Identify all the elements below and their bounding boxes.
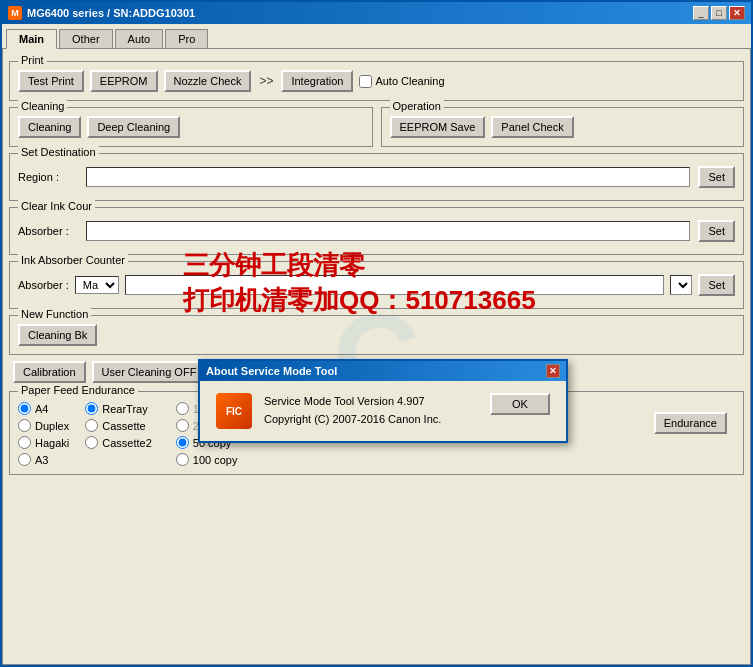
endurance-button[interactable]: Endurance [654,412,727,434]
arrow-symbol: >> [257,74,275,88]
modal-title-bar: About Service Mode Tool ✕ [200,361,566,381]
region-label: Region : [18,171,78,183]
tab-other[interactable]: Other [59,29,113,49]
clear-ink-label: Clear Ink Cour [18,200,95,212]
endurance-container: Endurance [654,402,735,434]
ink-absorber-field-label: Absorber : [18,279,69,291]
cleaning-group-label: Cleaning [18,100,67,112]
feed-location-col: RearTray Cassette Cassette2 [85,402,152,449]
paper-a3-label: A3 [35,454,48,466]
tab-main[interactable]: Main [6,29,57,49]
set-ink-absorber-button[interactable]: Set [698,274,735,296]
paper-a4-label: A4 [35,403,48,415]
calibration-button[interactable]: Calibration [13,361,86,383]
set-destination-button[interactable]: Set [698,166,735,188]
modal-body: FIC Service Mode Tool Version 4.907 Copy… [200,381,566,441]
paper-duplex-label: Duplex [35,420,69,432]
main-content: C Print Test Print EEPROM Nozzle Check >… [2,48,751,665]
absorber-counter-input [125,275,665,295]
radio-rear-tray[interactable]: RearTray [85,402,152,415]
title-buttons: _ □ ✕ [693,6,745,20]
tab-pro[interactable]: Pro [165,29,208,49]
auto-cleaning-checkbox-label[interactable]: Auto Cleaning [359,75,444,88]
operation-group: Operation EEPROM Save Panel Check [381,107,745,147]
set-clear-ink-button[interactable]: Set [698,220,735,242]
absorber-dropdown[interactable] [670,275,692,295]
absorber-value [86,221,690,241]
title-bar: M MG6400 series / SN:ADDG10301 _ □ ✕ [2,2,751,24]
auto-cleaning-checkbox[interactable] [359,75,372,88]
tab-auto[interactable]: Auto [115,29,164,49]
cleaning-group: Cleaning Cleaning Deep Cleaning [9,107,373,147]
nozzle-check-button[interactable]: Nozzle Check [164,70,252,92]
new-function-group: New Function Cleaning Bk [9,315,744,355]
cleaning-button[interactable]: Cleaning [18,116,81,138]
new-function-label: New Function [18,308,91,320]
maximize-button[interactable]: □ [711,6,727,20]
radio-duplex[interactable]: Duplex [18,419,69,432]
set-destination-group: Set Destination Region : Set [9,153,744,201]
about-modal: About Service Mode Tool ✕ FIC Service Mo… [198,359,568,443]
title-bar-left: M MG6400 series / SN:ADDG10301 [8,6,195,20]
deep-cleaning-button[interactable]: Deep Cleaning [87,116,180,138]
radio-100-copy[interactable]: 100 copy [176,453,238,466]
main-window: M MG6400 series / SN:ADDG10301 _ □ ✕ Mai… [0,0,753,667]
region-row: Region : Set [18,162,735,188]
feed-cassette-label: Cassette [102,420,145,432]
print-group: Print Test Print EEPROM Nozzle Check >> … [9,61,744,101]
radio-hagaki[interactable]: Hagaki [18,436,69,449]
integration-button[interactable]: Integration [281,70,353,92]
paper-feed-label: Paper Feed Endurance [18,384,138,396]
absorber-label: Absorber : [18,225,78,237]
region-value [86,167,690,187]
radio-a4[interactable]: A4 [18,402,69,415]
feed-rear-tray-label: RearTray [102,403,147,415]
test-print-button[interactable]: Test Print [18,70,84,92]
app-icon: M [8,6,22,20]
ink-absorber-label: Ink Absorber Counter [18,254,128,266]
cleaning-operation-row: Cleaning Cleaning Deep Cleaning Operatio… [9,107,744,147]
radio-a3[interactable]: A3 [18,453,69,466]
cleaning-bk-button[interactable]: Cleaning Bk [18,324,97,346]
radio-cassette2[interactable]: Cassette2 [85,436,152,449]
absorber-select[interactable]: Ma [75,276,119,294]
modal-version-line: Service Mode Tool Version 4.907 [264,393,478,411]
radio-cassette[interactable]: Cassette [85,419,152,432]
close-button[interactable]: ✕ [729,6,745,20]
modal-ok-button[interactable]: OK [490,393,550,415]
clear-ink-group: Clear Ink Cour Absorber : Set [9,207,744,255]
feed-cassette2-label: Cassette2 [102,437,152,449]
modal-close-button[interactable]: ✕ [546,364,560,378]
modal-icon-text: FIC [226,406,242,417]
copy-100-label: 100 copy [193,454,238,466]
minimize-button[interactable]: _ [693,6,709,20]
print-group-label: Print [18,54,47,66]
paper-types-col: A4 Duplex Hagaki A3 [18,402,69,466]
eeprom-save-button[interactable]: EEPROM Save [390,116,486,138]
auto-cleaning-label: Auto Cleaning [375,75,444,87]
panel-check-button[interactable]: Panel Check [491,116,573,138]
ink-absorber-row: Absorber : Ma Set [18,270,735,296]
modal-message: Service Mode Tool Version 4.907 Copyrigh… [264,393,478,428]
ink-absorber-group: Ink Absorber Counter Absorber : Ma Set [9,261,744,309]
modal-copyright-line: Copyright (C) 2007-2016 Canon Inc. [264,411,478,429]
operation-group-label: Operation [390,100,444,112]
modal-title: About Service Mode Tool [206,365,337,377]
absorber-row: Absorber : Set [18,216,735,242]
user-cleaning-off-button[interactable]: User Cleaning OFF [92,361,207,383]
set-destination-label: Set Destination [18,146,99,158]
window-title: MG6400 series / SN:ADDG10301 [27,7,195,19]
tab-bar: Main Other Auto Pro [2,24,751,48]
paper-hagaki-label: Hagaki [35,437,69,449]
modal-app-icon: FIC [216,393,252,429]
eeprom-button[interactable]: EEPROM [90,70,158,92]
